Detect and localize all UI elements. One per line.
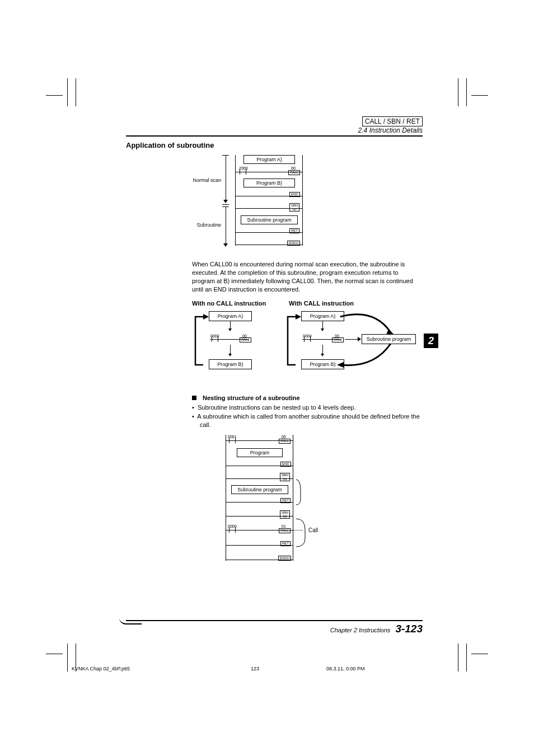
- bus-left: [226, 435, 226, 561]
- diagram-flow-compare: Program A) 0000 00 CALL Program B): [192, 310, 416, 377]
- box-program-b: Program B): [209, 359, 252, 369]
- nesting-heading: Nesting structure of a subroutine: [192, 394, 423, 401]
- print-meta: KVNKA Chap 02_4bP.p65 123 08.3.11, 0:00 …: [72, 666, 463, 672]
- coil-sbn: SBN00: [289, 203, 299, 212]
- crop-mark: [76, 78, 76, 106]
- arrowhead-icon: [321, 354, 324, 356]
- bullet-2: • A subroutine which is called from anot…: [192, 412, 423, 429]
- nesting-bullets: • Subroutine instructions can be nested …: [192, 403, 423, 429]
- crop-mark: [466, 644, 467, 672]
- arrowhead-icon: [228, 328, 232, 331]
- label-subroutine: Subroutine: [188, 222, 221, 228]
- crop-mark: [458, 78, 458, 106]
- footer: Chapter 2 Instructions 3-123: [126, 620, 423, 635]
- coil-ret: RET: [280, 541, 291, 546]
- label-call: Call: [308, 527, 318, 533]
- coil-end: END: [280, 462, 291, 467]
- footer-page: 3-123: [395, 623, 423, 635]
- meta-date: 08.3.11, 0:00 PM: [326, 666, 438, 672]
- footer-rule: [126, 620, 423, 622]
- crop-mark: [67, 644, 68, 672]
- coil-ret: RET: [289, 228, 299, 233]
- content-area: CALL / SBN / RET 2.4 Instruction Details…: [126, 116, 423, 564]
- chapter-tab: 2: [424, 334, 438, 348]
- contact-icon: [212, 336, 218, 342]
- page-title: Application of subroutine: [126, 141, 423, 149]
- label-sbn: SBN: [282, 511, 288, 514]
- divider-line: [222, 204, 229, 205]
- box-program-b: Program B): [301, 359, 344, 369]
- bracket-icon: [294, 474, 322, 552]
- header-instruction-box: CALL / SBN / RET: [362, 116, 423, 126]
- square-bullet-icon: [192, 396, 196, 400]
- coil-end: END: [289, 192, 300, 197]
- crop-mark: [46, 654, 63, 654]
- column-heads: With no CALL instruction With CALL instr…: [192, 300, 423, 307]
- flow-arrow: [345, 339, 359, 340]
- label-01: 01: [282, 524, 286, 528]
- bus-right: [302, 155, 303, 246]
- dotted-connector: [293, 530, 303, 530]
- coil-sbn: SBN00: [280, 510, 290, 519]
- page: CALL / SBN / RET 2.4 Instruction Details…: [0, 0, 534, 756]
- box-program-a: Program A): [209, 311, 252, 321]
- coil-call: CALL: [288, 170, 300, 175]
- label-sbn: SBN: [291, 204, 298, 207]
- arrowhead-icon: [228, 354, 232, 356]
- arrowhead-icon: [358, 337, 361, 341]
- label-00: 00: [293, 208, 297, 211]
- contact-icon: [229, 527, 236, 533]
- box-program-a: Program A): [243, 155, 295, 164]
- bullet-1: • Subroutine instructions can be nested …: [192, 403, 423, 412]
- nesting-title: Nesting structure of a subroutine: [203, 395, 300, 401]
- bus-right: [293, 435, 293, 561]
- box-sub-program: Subroutine program: [362, 334, 416, 344]
- scan-arrow-line: [226, 155, 226, 201]
- arrowhead-icon: [223, 243, 228, 247]
- sub-arrow-line: [226, 206, 226, 246]
- label-sbn: SBN: [282, 473, 288, 477]
- box-program-a: Program A): [301, 311, 344, 321]
- footer-chapter: Chapter 2 Instructions: [330, 627, 391, 633]
- box-program-b: Program B): [243, 179, 295, 187]
- coil-call: CALL: [279, 528, 291, 533]
- arrowhead-icon: [321, 328, 324, 331]
- coil-endh: ENDH: [278, 556, 291, 561]
- meta-file: KVNKA Chap 02_4bP.p65: [72, 666, 184, 672]
- meta-page: 123: [185, 666, 325, 672]
- col-head-right: With CALL instruction: [289, 300, 354, 307]
- contact-icon: [240, 169, 246, 175]
- coil-call: CALL: [240, 337, 251, 342]
- label-normal-scan: Normal scan: [188, 177, 221, 183]
- diagram-application: Normal scan Subroutine Program A) 2008 0…: [188, 155, 361, 250]
- label-00: 00: [291, 166, 296, 170]
- crop-mark: [466, 78, 467, 106]
- coil-endh: ENDH: [287, 241, 300, 246]
- crop-mark: [46, 95, 63, 96]
- box-program: Program: [237, 448, 283, 457]
- svg-marker-0: [203, 314, 209, 320]
- paragraph-main: When CALL00 is encountered during normal…: [192, 260, 416, 293]
- contact-icon: [304, 336, 311, 342]
- bullet-text: Subroutine instructions can be nested up…: [198, 404, 356, 411]
- arrowhead-icon: [223, 200, 228, 203]
- coil-call: CALL: [279, 439, 291, 444]
- label-00: 00: [282, 435, 286, 439]
- header-section: 2.4 Instruction Details: [126, 126, 423, 134]
- coil-sbn: SBN01: [280, 473, 290, 481]
- header-rule: [126, 135, 423, 137]
- scan-arrow-top: [222, 155, 229, 156]
- svg-marker-1: [296, 314, 301, 320]
- label-00: 00: [283, 515, 287, 518]
- diagram-nesting: 0001 00 CALL Program END SBN01 Subroutin…: [226, 435, 366, 564]
- label-01: 01: [283, 477, 287, 481]
- box-sub-program: Subroutine program: [241, 215, 298, 224]
- coil-call: CALL: [332, 337, 344, 342]
- crop-mark: [471, 95, 488, 96]
- bullet-text: A subroutine which is called from anothe…: [197, 413, 419, 428]
- box-sub-program: Subroutine program: [231, 485, 288, 494]
- footer-text: Chapter 2 Instructions 3-123: [126, 623, 423, 635]
- col-head-left: With no CALL instruction: [192, 300, 287, 307]
- coil-ret: RET: [280, 498, 291, 503]
- crop-mark: [471, 654, 488, 654]
